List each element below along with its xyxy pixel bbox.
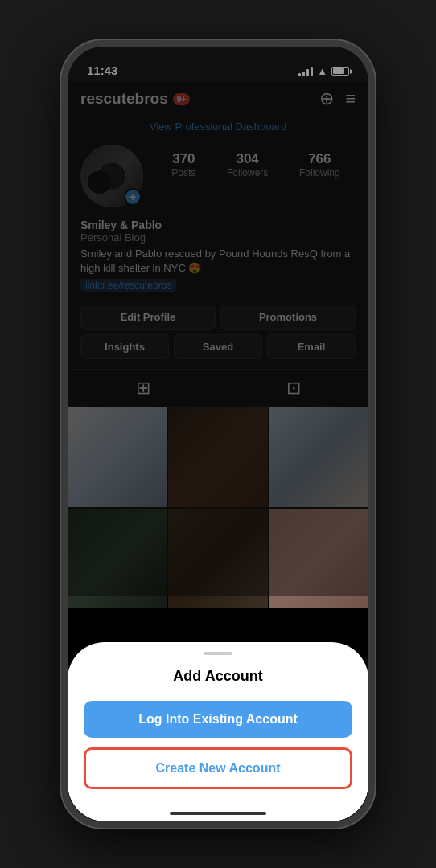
sheet-handle: [204, 652, 232, 655]
overlay-dim: [68, 47, 368, 596]
home-indicator: [170, 812, 266, 815]
log-in-button[interactable]: Log Into Existing Account: [84, 701, 352, 738]
create-new-account-button[interactable]: Create New Account: [84, 747, 352, 789]
sheet-title: Add Account: [84, 668, 352, 685]
bottom-sheet: Add Account Log Into Existing Account Cr…: [68, 642, 368, 821]
